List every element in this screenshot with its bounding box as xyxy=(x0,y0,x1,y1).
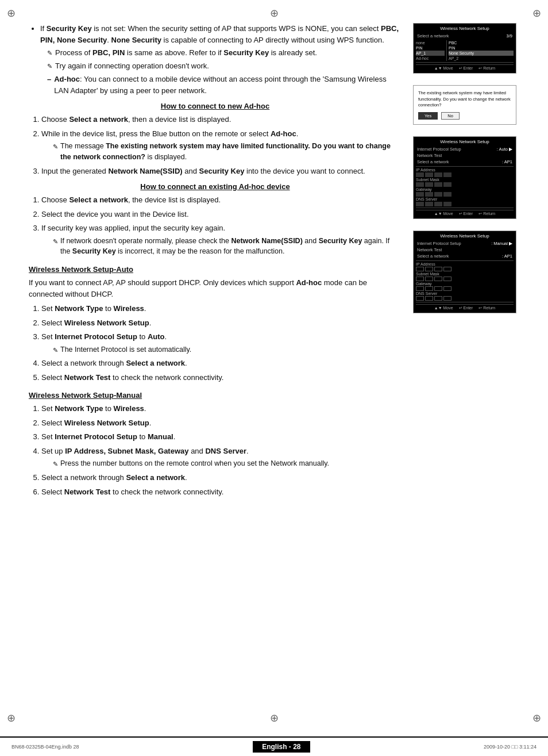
screen2-select-value: : AP1 xyxy=(502,159,512,164)
note-text-1: Process of PBC, PIN is same as above. Re… xyxy=(55,47,317,59)
dialog-text: The existing network system may have lim… xyxy=(418,90,511,109)
screen1-select-label: Select a network xyxy=(417,33,449,39)
heading-new-adhoc: How to connect to new Ad-hoc xyxy=(29,102,402,110)
page-footer: BN68-02325B-04Eng.indb 28 English - 28 2… xyxy=(0,736,548,756)
screen3-select-value: : AP1 xyxy=(502,254,512,259)
screen3-dns-box-3 xyxy=(434,296,442,301)
step2-note: ✎ The message The existing network syste… xyxy=(53,141,402,163)
corner-mark-tl: ⊕ xyxy=(7,7,16,20)
screen3-gateway-label: Gateway xyxy=(416,282,514,286)
screen2-title: Wireless Network Setup xyxy=(416,139,514,144)
auto-intro: If you want to connect AP, AP should sup… xyxy=(29,277,402,300)
screen2-footer-enter: ↵ Enter xyxy=(459,212,473,216)
screen1-select-row: Select a network 3/9 xyxy=(416,33,514,39)
screen3-subnet-box-4 xyxy=(443,277,451,281)
screen2-gateway-box-3 xyxy=(434,192,442,197)
step3-note: ✎ If network doesn't operate normally, p… xyxy=(53,236,402,258)
screen2-subnet-box-3 xyxy=(434,182,442,187)
main-bullet-list: If Security Key is not set: When the sec… xyxy=(29,23,402,96)
screen1-body: none PIN AP_1 Ad-hoc PBC PIN None Securi… xyxy=(416,40,514,61)
screen2-ip-row: Internet Protocol Setup : Auto ▶ xyxy=(416,146,514,152)
screen3-subnet-label: Subnet Mask xyxy=(416,272,514,276)
new-adhoc-step-3: Input the generated Network Name(SSID) a… xyxy=(41,166,402,177)
note-icon-step3: ✎ xyxy=(53,237,58,258)
manual-note-text: Press the number buttons on the remote c… xyxy=(60,458,329,469)
screen2-gateway-box-4 xyxy=(443,192,451,197)
bold-none-security: None Security xyxy=(111,36,161,44)
manual-step-1: Set Network Type to Wireless. xyxy=(41,403,402,415)
screen2-subnet-boxes xyxy=(416,182,514,187)
screen2-network-test-row: Network Test xyxy=(416,152,514,159)
manual-note: ✎ Press the number buttons on the remote… xyxy=(53,458,402,469)
screen2-network-test-label: Network Test xyxy=(417,153,442,158)
screen3-network-test-label: Network Test xyxy=(417,247,442,252)
dash-adhoc-text: Ad-hoc: You can connect to a mobile devi… xyxy=(54,74,402,96)
screen1-left-list: none PIN AP_1 Ad-hoc xyxy=(416,40,445,61)
ui-screenshots-column: Wireless Network Setup Select a network … xyxy=(413,23,519,500)
screen1-title: Wireless Network Setup xyxy=(416,26,514,31)
screen3-ip-boxes xyxy=(416,267,514,271)
manual-step-5: Select a network through Select a networ… xyxy=(41,472,402,483)
dialog-no-button[interactable]: No xyxy=(441,112,460,120)
screen2-ip-box-3 xyxy=(434,172,442,177)
screen2-ip-box-4 xyxy=(443,172,451,177)
screen1-footer-move: ▲▼ Move xyxy=(434,66,453,71)
screen1-count: 3/9 xyxy=(507,33,512,39)
note-icon-step2: ✎ xyxy=(53,142,58,163)
screen3-dns-box-2 xyxy=(425,296,433,301)
screen2-subnet-box-2 xyxy=(425,182,433,187)
auto-step-4: Select a network through Select a networ… xyxy=(41,358,402,369)
screen2-dns-box-2 xyxy=(425,202,433,206)
dialog-yes-button[interactable]: Yes xyxy=(418,112,438,120)
screen1-item-adhoc: Ad-hoc xyxy=(416,56,445,61)
screen2-dns-boxes xyxy=(416,202,514,206)
screen3-ip-box-3 xyxy=(434,267,442,271)
note-text-2: Try again if connecting operation doesn'… xyxy=(55,60,209,72)
screen2-ip-boxes xyxy=(416,172,514,177)
heading-auto: Wireless Network Setup-Auto xyxy=(29,265,402,274)
screen3-dns-label: DNS Server xyxy=(416,291,514,296)
screen2-gateway-box-2 xyxy=(425,192,433,197)
screen2-footer-return: ↩ Return xyxy=(478,212,495,216)
screen1-footer: ▲▼ Move ↵ Enter ↩ Return xyxy=(416,64,514,71)
main-text-column: If Security Key is not set: When the sec… xyxy=(29,23,402,500)
dialog-buttons: Yes No xyxy=(418,112,511,120)
screen2-footer-move: ▲▼ Move xyxy=(434,212,453,216)
screen2-select-row: Select a network : AP1 xyxy=(416,159,514,165)
bold-pbc-pin: PBC, PIN, None Security xyxy=(40,24,399,44)
screen3-sep2 xyxy=(416,302,514,302)
screen2-subnet-label: Subnet Mask xyxy=(416,178,514,182)
screen3-subnet-boxes xyxy=(416,277,514,281)
screen2-ip-box-2 xyxy=(425,172,433,177)
bullet-item-security-key: If Security Key is not set: When the sec… xyxy=(40,23,402,96)
screen2-gateway-box-1 xyxy=(416,192,424,197)
screen3-gateway-box-2 xyxy=(425,286,433,291)
screen2-ip-value: : Auto ▶ xyxy=(497,147,512,152)
manual-step-3: Set Internet Protocol Setup to Manual. xyxy=(41,431,402,443)
screen2-sep1 xyxy=(416,166,514,167)
screen3-ip-address-label: IP Address xyxy=(416,262,514,266)
manual-step-6: Select Network Test to check the network… xyxy=(41,486,402,498)
screen1-ap2: AP_2 xyxy=(449,56,514,61)
screen3-footer-move: ▲▼ Move xyxy=(434,306,453,310)
screen3-dns-box-1 xyxy=(416,296,424,301)
corner-mark-bc: ⊕ xyxy=(270,712,279,724)
screen3-select-label: Select a network xyxy=(417,254,449,259)
screen3-footer-enter: ↵ Enter xyxy=(459,306,473,310)
screen3-ip-label: Internet Protocol Setup xyxy=(417,241,461,246)
screen3-dns-box-4 xyxy=(443,296,451,301)
screen3-ip-box-1 xyxy=(416,267,424,271)
screen2-footer: ▲▼ Move ↵ Enter ↩ Return xyxy=(416,210,514,216)
screen1-item-none: none xyxy=(416,40,445,45)
screen3-subnet-box-2 xyxy=(425,277,433,281)
heading-existing-adhoc: How to connect an existing Ad-hoc device xyxy=(29,182,402,191)
page-number: English - 28 xyxy=(253,741,310,753)
screen3-sep1 xyxy=(416,260,514,261)
screen3-gateway-boxes xyxy=(416,286,514,291)
screen3-ip-row: Internet Protocol Setup : Manual ▶ xyxy=(416,240,514,247)
screen1-right-panel: PBC PIN None Security AP_2 xyxy=(446,40,514,61)
timestamp: 2009-10-20 □□ 3:11:24 xyxy=(484,744,537,750)
screen3-network-test-row: Network Test xyxy=(416,247,514,253)
screen3-gateway-box-4 xyxy=(443,286,451,291)
corner-mark-br: ⊕ xyxy=(532,712,541,724)
